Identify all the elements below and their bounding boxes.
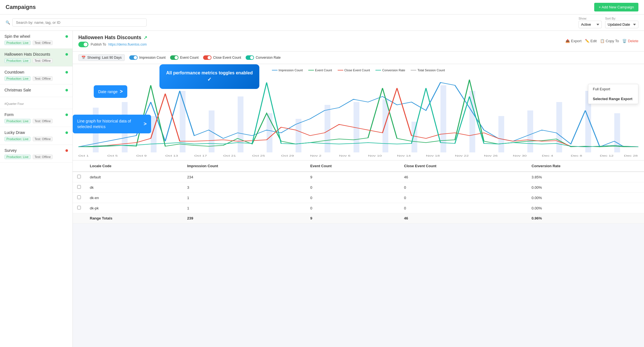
- sidebar-item-survey[interactable]: Survey Production: Live Test: Offline: [0, 145, 72, 163]
- publish-label: Publish To: [91, 43, 106, 46]
- metrics-bar: 📅 Showing: Last 90 Days Impression Count…: [73, 51, 644, 64]
- svg-text:Oct 21: Oct 21: [223, 154, 236, 157]
- svg-rect-10: [382, 99, 388, 152]
- totals-conversion: 0.96%: [527, 213, 644, 223]
- sidebar-item-countdown[interactable]: Countdown Production: Live Test: Offline: [0, 67, 72, 84]
- legend-event: Event Count: [308, 69, 332, 72]
- delete-button[interactable]: 🗑️ Delete: [622, 39, 638, 43]
- sidebar-item-spin-the-wheel[interactable]: Spin the wheel Production: Live Test: Of…: [0, 31, 72, 49]
- edit-button[interactable]: ✏️ Edit: [585, 39, 597, 43]
- calendar-icon: 📅: [81, 56, 86, 60]
- tooltip-date-range-text: Date range: [98, 89, 117, 94]
- event-count-label: Event Count: [180, 56, 199, 60]
- sidebar-item-label: Christmas Sale: [4, 88, 31, 92]
- table-row: dk-pk 1 0 0 0.00%: [73, 203, 644, 213]
- event-cell: 0: [306, 193, 399, 203]
- close-cell: 46: [399, 172, 527, 182]
- svg-text:Oct 17: Oct 17: [194, 154, 207, 157]
- add-campaign-button[interactable]: + Add New Campaign: [594, 3, 638, 11]
- campaign-title-text: Halloween Hats Discounts: [78, 35, 141, 41]
- sidebar-item-halloween[interactable]: Halloween Hats Discounts Production: Liv…: [0, 49, 72, 67]
- showing-label: Showing: Last 90 Days: [87, 56, 122, 60]
- impression-cell: 1: [183, 203, 306, 213]
- row-checkbox[interactable]: [77, 185, 81, 189]
- publish-url: https://demo.fluentos.com: [108, 43, 147, 46]
- tooltip-date-range-arrow: >: [120, 89, 123, 95]
- locale-cell: dk: [85, 182, 183, 193]
- table-row: dk-en 1 0 0 0.00%: [73, 193, 644, 203]
- tag-test: Test: Offline: [33, 41, 53, 45]
- totals-close: 46: [399, 213, 527, 223]
- close-event-label: Close Event Count: [213, 56, 241, 60]
- full-export-option[interactable]: Full Export: [588, 84, 638, 94]
- sidebar-item-label: Countdown: [4, 70, 24, 74]
- row-checkbox[interactable]: [77, 195, 81, 199]
- date-range-pill[interactable]: 📅 Showing: Last 90 Days: [78, 54, 125, 61]
- sidebar-item-label: Spin the wheel: [4, 34, 30, 39]
- event-count-toggle[interactable]: Event Count: [170, 55, 199, 60]
- table-row: dk 3 0 0 0.00%: [73, 182, 644, 193]
- tag-test: Test: Offline: [33, 76, 53, 81]
- conversion-cell: 0.00%: [527, 203, 644, 213]
- svg-text:Dec 28: Dec 28: [624, 154, 638, 157]
- delete-icon: 🗑️: [622, 39, 627, 43]
- svg-rect-5: [238, 96, 244, 152]
- controls-row: Show: Active All Inactive Sort By: Updat…: [579, 17, 638, 28]
- locale-cell: default: [85, 172, 183, 182]
- selected-range-export-option[interactable]: Selected Range Export: [588, 94, 638, 104]
- svg-text:Nov 6: Nov 6: [339, 154, 351, 157]
- column-event: Event Count: [306, 160, 399, 172]
- search-icon: 🔍: [6, 20, 10, 25]
- copy-to-button[interactable]: 📋 Copy To: [600, 39, 619, 43]
- conversion-cell: 0.00%: [527, 182, 644, 193]
- close-cell: 0: [399, 193, 527, 203]
- row-checkbox[interactable]: [77, 175, 81, 178]
- page-title: Campaigns: [6, 4, 36, 10]
- sidebar-item-lucky-draw[interactable]: Lucky Draw Production: Live Test: Offlin…: [0, 127, 72, 145]
- publish-toggle[interactable]: [78, 42, 88, 47]
- legend-impression: Impression Count: [272, 69, 303, 72]
- export-button[interactable]: 📤 Export: [565, 39, 582, 43]
- legend-close: Close Event Count: [338, 69, 370, 72]
- close-event-toggle[interactable]: Close Event Count: [203, 55, 241, 60]
- event-cell: 0: [306, 182, 399, 193]
- chart-container: Impression Count Event Count Close Event…: [73, 64, 644, 160]
- totals-impression: 239: [183, 213, 306, 223]
- copy-icon: 📋: [600, 39, 605, 43]
- svg-text:Dec 4: Dec 4: [542, 154, 553, 157]
- column-locale: Locale Code: [85, 160, 183, 172]
- svg-text:Oct 9: Oct 9: [136, 154, 147, 157]
- svg-text:Oct 13: Oct 13: [165, 154, 178, 157]
- impression-cell: 1: [183, 193, 306, 203]
- tag-production: Production: Live: [4, 76, 30, 81]
- show-select[interactable]: Active All Inactive: [579, 21, 602, 28]
- row-checkbox[interactable]: [77, 206, 81, 209]
- sidebar-item-quarter-four[interactable]: #Quarter Four: [0, 97, 72, 109]
- svg-text:Dec 8: Dec 8: [571, 154, 582, 157]
- campaign-actions: 📤 Export ✏️ Edit 📋 Copy To 🗑️ Delete: [565, 39, 638, 43]
- trend-icon: ↗: [144, 35, 147, 40]
- close-cell: 0: [399, 182, 527, 193]
- sort-control: Sort By: Updated Date Name Created Date: [605, 17, 638, 28]
- conversion-cell: 3.85%: [527, 172, 644, 182]
- tag-production: Production: Live: [4, 155, 30, 159]
- conversion-rate-toggle[interactable]: Conversion Rate: [246, 55, 281, 60]
- event-cell: 0: [306, 203, 399, 213]
- tag-production: Production: Live: [4, 58, 30, 63]
- tag-test: Test: Offline: [33, 137, 53, 141]
- column-conversion: Conversion Rate: [527, 160, 644, 172]
- tag-test: Test: Offline: [33, 155, 53, 159]
- search-input[interactable]: [12, 18, 147, 27]
- svg-text:Nov 30: Nov 30: [513, 154, 527, 157]
- sidebar-item-christmas-sale[interactable]: Christmas Sale: [0, 84, 72, 97]
- svg-text:Oct 1: Oct 1: [78, 154, 89, 157]
- sidebar-item-form[interactable]: Form Production: Live Test: Offline: [0, 109, 72, 127]
- status-dot: [65, 71, 68, 74]
- search-sort-bar: 🔍 Show: Active All Inactive Sort By: Upd…: [0, 15, 644, 31]
- tag-test: Test: Offline: [33, 58, 53, 63]
- sort-select[interactable]: Updated Date Name Created Date: [605, 21, 638, 28]
- svg-rect-12: [440, 85, 446, 152]
- show-control: Show: Active All Inactive: [579, 17, 602, 28]
- main-layout: Spin the wheel Production: Live Test: Of…: [0, 31, 644, 347]
- impression-count-toggle[interactable]: Impression Count: [129, 55, 166, 60]
